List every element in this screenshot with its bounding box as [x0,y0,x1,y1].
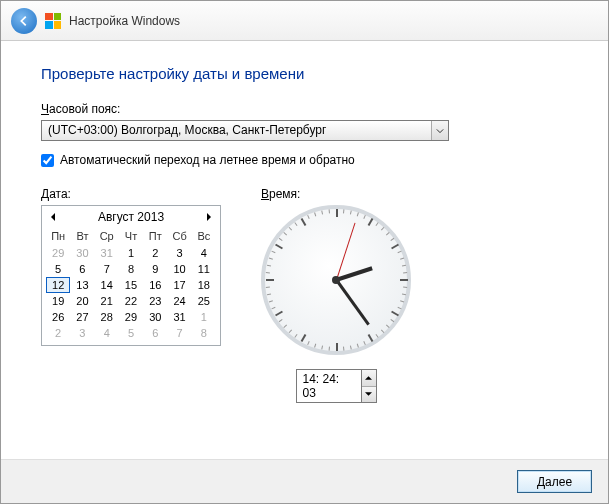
calendar-day[interactable]: 17 [167,277,191,293]
time-down-button[interactable] [362,386,376,403]
calendar-day[interactable]: 20 [70,293,94,309]
calendar-day[interactable]: 4 [192,245,216,261]
content-area: Проверьте настройку даты и времени Часов… [1,41,608,459]
calendar-dow: Вт [70,228,94,245]
timezone-label: Часовой пояс: [41,102,568,116]
analog-clock [261,205,411,355]
calendar-day[interactable]: 23 [143,293,167,309]
header-title: Настройка Windows [69,14,180,28]
calendar-dow: Чт [119,228,143,245]
calendar-day[interactable]: 31 [95,245,119,261]
calendar-day[interactable]: 6 [70,261,94,277]
calendar-day[interactable]: 26 [46,309,70,325]
windows-logo-icon [45,13,61,29]
clock-pin [332,276,340,284]
calendar-day[interactable]: 3 [167,245,191,261]
calendar-day[interactable]: 24 [167,293,191,309]
calendar-day[interactable]: 14 [95,277,119,293]
calendar-day[interactable]: 19 [46,293,70,309]
calendar-dow: Сб [167,228,191,245]
calendar-day[interactable]: 5 [46,261,70,277]
calendar-day[interactable]: 16 [143,277,167,293]
calendar-dow: Пн [46,228,70,245]
calendar-day[interactable]: 3 [70,325,94,341]
calendar-day[interactable]: 12 [46,277,70,293]
calendar-day[interactable]: 2 [143,245,167,261]
calendar-day[interactable]: 7 [167,325,191,341]
back-button[interactable] [11,8,37,34]
time-up-button[interactable] [362,370,376,386]
dst-checkbox-row[interactable]: Автоматический переход на летнее время и… [41,153,568,167]
calendar-day[interactable]: 9 [143,261,167,277]
calendar-day[interactable]: 29 [119,309,143,325]
calendar-day[interactable]: 30 [70,245,94,261]
calendar-day[interactable]: 1 [192,309,216,325]
minute-hand [335,279,370,325]
timezone-value: (UTC+03:00) Волгоград, Москва, Санкт-Пет… [42,121,431,140]
calendar-day[interactable]: 7 [95,261,119,277]
date-label: Дата: [41,187,221,201]
calendar-dow: Ср [95,228,119,245]
footer: Далее [1,459,608,503]
dst-checkbox[interactable] [41,154,54,167]
calendar-day[interactable]: 18 [192,277,216,293]
calendar-day[interactable]: 15 [119,277,143,293]
calendar-day[interactable]: 22 [119,293,143,309]
hour-hand [335,266,372,282]
calendar-day[interactable]: 30 [143,309,167,325]
calendar-day[interactable]: 21 [95,293,119,309]
arrow-left-icon [17,14,31,28]
calendar-grid: ПнВтСрЧтПтСбВс29303112345678910111213141… [42,228,220,341]
calendar-month[interactable]: Август 2013 [98,210,164,224]
calendar-day[interactable]: 6 [143,325,167,341]
time-input[interactable]: 14: 24: 03 [296,369,361,403]
calendar-day[interactable]: 10 [167,261,191,277]
calendar-day[interactable]: 1 [119,245,143,261]
calendar-day[interactable]: 28 [95,309,119,325]
calendar-day[interactable]: 8 [119,261,143,277]
calendar-day[interactable]: 13 [70,277,94,293]
dropdown-arrow-icon[interactable] [431,121,448,140]
timezone-select[interactable]: (UTC+03:00) Волгоград, Москва, Санкт-Пет… [41,120,449,141]
next-button[interactable]: Далее [517,470,592,493]
prev-month-button[interactable] [46,210,60,224]
window-header: Настройка Windows [1,1,608,41]
calendar-dow: Пт [143,228,167,245]
chevron-down-icon [365,392,372,396]
calendar-day[interactable]: 4 [95,325,119,341]
calendar-day[interactable]: 29 [46,245,70,261]
calendar-day[interactable]: 31 [167,309,191,325]
chevron-up-icon [365,376,372,380]
time-spinner: 14: 24: 03 [261,369,411,403]
calendar-dow: Вс [192,228,216,245]
page-title: Проверьте настройку даты и времени [41,65,568,82]
calendar-day[interactable]: 5 [119,325,143,341]
next-month-button[interactable] [202,210,216,224]
calendar-day[interactable]: 8 [192,325,216,341]
calendar-day[interactable]: 11 [192,261,216,277]
calendar: Август 2013 ПнВтСрЧтПтСбВс29303112345678… [41,205,221,346]
time-label: Время: [261,187,411,201]
calendar-day[interactable]: 27 [70,309,94,325]
calendar-day[interactable]: 25 [192,293,216,309]
dst-label: Автоматический переход на летнее время и… [60,153,355,167]
calendar-day[interactable]: 2 [46,325,70,341]
